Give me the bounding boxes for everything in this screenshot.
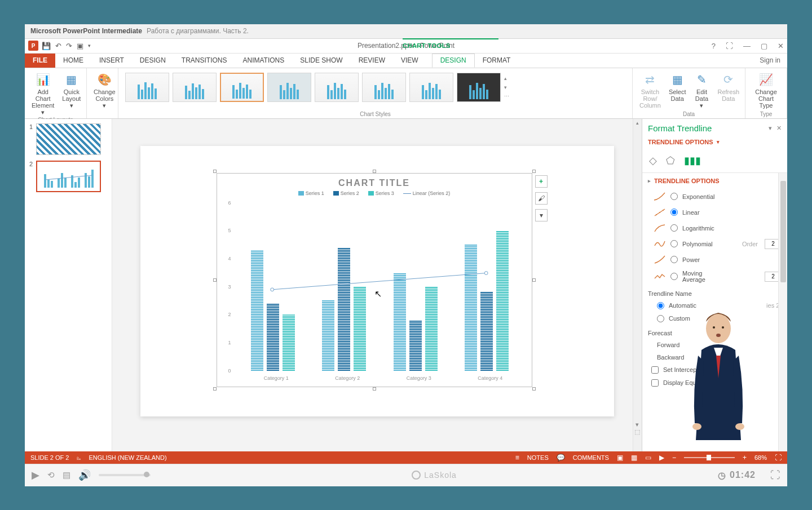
chart-elements-button[interactable]: + (535, 175, 548, 188)
normal-view-icon[interactable]: ▣ (617, 454, 623, 462)
exponential-radio[interactable] (670, 193, 678, 200)
bar-Series3-4[interactable] (496, 230, 509, 370)
tab-review[interactable]: REVIEW (351, 54, 393, 68)
language-indicator[interactable]: ENGLISH (NEW ZEALAND) (89, 454, 166, 461)
chart-style-3[interactable] (220, 73, 264, 102)
sign-in-link[interactable]: Sign in (760, 54, 787, 68)
chart-style-4[interactable] (267, 73, 311, 102)
notes-icon[interactable]: ≡ (515, 454, 519, 462)
fullscreen-icon[interactable]: ⛶ (770, 469, 780, 481)
logarithmic-radio[interactable] (670, 224, 678, 232)
undo-icon[interactable]: ↶ (55, 42, 61, 50)
add-chart-element-button[interactable]: 📊 Add Chart Element ▾ (29, 70, 56, 117)
change-chart-type-button[interactable]: 📈Change Chart Type (750, 70, 782, 110)
tab-insert[interactable]: INSERT (91, 54, 132, 68)
bar-Series1-3[interactable] (394, 273, 406, 371)
chart-plot-area[interactable]: 0123456 Category 1Category 2Category 3Ca… (228, 203, 526, 371)
trendline-options-section[interactable]: TRENDLINE OPTIONS (654, 178, 720, 184)
format-pane-scrollbar[interactable] (778, 173, 787, 451)
minimize-icon[interactable]: — (743, 42, 751, 50)
play-icon[interactable]: ▶ (32, 469, 39, 481)
edit-data-button[interactable]: ✎Edit Data ▾ (691, 70, 712, 110)
tab-slideshow[interactable]: SLIDE SHOW (292, 54, 350, 68)
chart-object[interactable]: CHART TITLE Series 1 Series 2 Series 3 L… (217, 173, 532, 387)
slide-thumbnail-2[interactable] (36, 161, 101, 192)
reading-view-icon[interactable]: ▭ (645, 454, 651, 462)
help-icon[interactable]: ? (712, 42, 716, 50)
slide-thumbnail-1[interactable] (36, 123, 101, 155)
pane-menu-icon[interactable]: ▾ (769, 125, 772, 132)
tab-design[interactable]: DESIGN (132, 54, 174, 68)
tab-home[interactable]: HOME (55, 54, 91, 68)
custom-name-radio[interactable] (657, 315, 664, 322)
quick-layout-button[interactable]: ▦ Quick Layout ▾ (60, 70, 83, 110)
editor-scroll-down[interactable]: ▾⬚ (633, 421, 642, 436)
spellcheck-icon[interactable]: ⎁ (77, 454, 81, 462)
linear-radio[interactable] (670, 209, 678, 216)
comments-icon[interactable]: 💬 (557, 454, 565, 462)
tab-chart-format[interactable]: FORMAT (475, 54, 519, 68)
bar-Series1-1[interactable] (251, 250, 263, 371)
select-data-button[interactable]: ▦Select Data (667, 70, 689, 103)
moving-average-radio[interactable] (670, 273, 678, 280)
automatic-name-radio[interactable] (657, 302, 664, 309)
bar-Series1-2[interactable] (322, 300, 334, 370)
slide-indicator[interactable]: SLIDE 2 OF 2 (30, 454, 69, 461)
qat-more-icon[interactable]: ▾ (88, 43, 91, 48)
ribbon-display-icon[interactable]: ⛶ (726, 42, 733, 50)
trendline-options-tab-icon[interactable]: ▮▮▮ (684, 154, 701, 167)
display-equation-checkbox[interactable] (651, 379, 659, 387)
slide-canvas[interactable]: CHART TITLE Series 1 Series 2 Series 3 L… (140, 146, 614, 416)
chart-style-more[interactable]: ▴▾⋯ (504, 73, 513, 102)
volume-slider[interactable] (99, 474, 151, 476)
change-colors-button[interactable]: 🎨 Change Colors ▾ (91, 70, 118, 110)
trendline-options-dropdown[interactable]: TRENDLINE OPTIONS (648, 139, 713, 145)
set-intercept-checkbox[interactable] (651, 366, 659, 374)
effects-tab-icon[interactable]: ⬠ (666, 154, 675, 167)
notes-button[interactable]: NOTES (527, 454, 549, 461)
bar-Series2-1[interactable] (267, 303, 279, 370)
tab-chart-design[interactable]: DESIGN (432, 54, 475, 68)
tab-animations[interactable]: ANIMATIONS (235, 54, 292, 68)
power-radio[interactable] (670, 256, 678, 263)
bar-Series3-3[interactable] (425, 287, 438, 371)
zoom-out-icon[interactable]: − (672, 454, 676, 462)
fit-to-window-icon[interactable]: ⛶ (775, 454, 782, 462)
comments-button[interactable]: COMMENTS (573, 454, 609, 461)
bar-Series2-2[interactable] (338, 247, 350, 371)
sorter-view-icon[interactable]: ▦ (631, 454, 637, 462)
slide-editor[interactable]: ▴ ▾⬚ CHART TITLE Series 1 Series 2 Serie… (112, 119, 642, 451)
rewind-icon[interactable]: ⟲ (47, 470, 55, 480)
tab-view[interactable]: VIEW (393, 54, 426, 68)
chart-style-6[interactable] (362, 73, 406, 102)
transcript-icon[interactable]: ▤ (63, 470, 70, 480)
chart-title[interactable]: CHART TITLE (217, 174, 532, 190)
close-icon[interactable]: ✕ (778, 42, 784, 50)
bar-Series3-2[interactable] (354, 287, 366, 371)
volume-icon[interactable]: 🔊 (78, 469, 91, 481)
tab-transitions[interactable]: TRANSITIONS (174, 54, 235, 68)
bar-Series1-4[interactable] (465, 245, 477, 371)
pane-close-icon[interactable]: ✕ (776, 125, 782, 132)
zoom-level[interactable]: 68% (754, 454, 767, 461)
chart-styles-button[interactable]: 🖌 (535, 192, 548, 205)
bar-Series3-1[interactable] (283, 314, 295, 370)
fill-line-tab-icon[interactable]: ◇ (649, 154, 657, 167)
zoom-in-icon[interactable]: + (743, 454, 747, 462)
tab-file[interactable]: FILE (25, 54, 55, 68)
chart-style-1[interactable] (125, 73, 169, 102)
save-icon[interactable]: 💾 (42, 42, 51, 50)
bar-Series2-3[interactable] (409, 320, 422, 370)
start-slideshow-icon[interactable]: ▣ (77, 42, 83, 50)
chart-filters-button[interactable]: ▾ (535, 209, 548, 221)
polynomial-radio[interactable] (670, 240, 678, 247)
zoom-slider[interactable] (684, 457, 735, 458)
chart-style-2[interactable] (173, 73, 217, 102)
chart-style-7[interactable] (409, 73, 453, 102)
chart-style-5[interactable] (315, 73, 359, 102)
chart-style-8[interactable] (457, 73, 501, 102)
slideshow-view-icon[interactable]: ▶ (659, 454, 664, 462)
bar-Series2-4[interactable] (480, 292, 493, 370)
redo-icon[interactable]: ↷ (66, 42, 72, 50)
editor-scrollbar[interactable]: ▴ (633, 119, 642, 451)
